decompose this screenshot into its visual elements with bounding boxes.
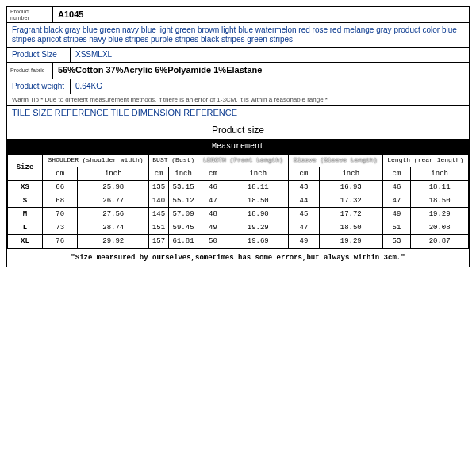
table-row: L7328.7415159.454919.294718.505120.08: [8, 221, 469, 235]
product-number-label: Product number: [7, 7, 53, 22]
data-cell: 76: [43, 235, 78, 248]
data-cell: 51: [382, 221, 411, 235]
product-weight-value: 0.64KG: [71, 79, 469, 94]
data-cell: 49: [288, 235, 319, 248]
data-cell: 19.29: [228, 221, 288, 235]
warm-tip-label: Warm Tip: [12, 96, 39, 103]
data-cell: 25.98: [78, 181, 149, 194]
data-cell: 50: [198, 235, 228, 248]
data-cell: 16.93: [320, 181, 382, 194]
group-sleeve: Sleeve (Sleeve Length): [288, 155, 382, 167]
data-cell: 19.29: [411, 208, 469, 221]
group-bust: BUST (Bust): [149, 155, 198, 167]
data-cell: 18.11: [228, 181, 288, 194]
product-fabric-label: Product fabric: [7, 63, 53, 78]
group-front-length: LENGTH (Front Length): [198, 155, 289, 167]
data-cell: 18.50: [320, 221, 382, 235]
size-cell: L: [8, 221, 43, 235]
measurement-bar: Measurement: [7, 140, 469, 154]
warm-tip: Warm Tip * Due to different measurement …: [7, 94, 469, 106]
warm-tip-text: * Due to different measurement methods, …: [40, 96, 328, 103]
table-row: XL7629.9215761.815019.694919.295320.87: [8, 235, 469, 248]
product-description: Fragrant black gray blue green navy blue…: [7, 23, 469, 47]
data-cell: 53: [382, 235, 411, 248]
data-cell: 73: [43, 221, 78, 235]
data-cell: 45: [288, 208, 319, 221]
row-description: Fragrant black gray blue green navy blue…: [7, 23, 469, 48]
size-cell: S: [8, 194, 43, 208]
data-cell: 17.72: [320, 208, 382, 221]
table-row: M7027.5614557.094818.904517.724919.29: [8, 208, 469, 221]
data-cell: 68: [43, 194, 78, 208]
unit-header: cm: [149, 167, 169, 181]
product-fabric-value: 56%Cotton 37%Acrylic 6%Polyamide 1%Elast…: [53, 63, 469, 78]
row-weight: Product weight 0.64KG: [7, 79, 469, 94]
data-cell: 46: [382, 181, 411, 194]
measurement-table: Size SHOULDER (shoulder width) BUST (Bus…: [7, 154, 469, 248]
unit-header: cm: [198, 167, 228, 181]
data-cell: 70: [43, 208, 78, 221]
table-row: S6826.7714055.124718.504417.324718.50: [8, 194, 469, 208]
product-number-value: A1045: [53, 7, 469, 22]
data-cell: 61.81: [168, 235, 198, 248]
data-cell: 151: [149, 221, 169, 235]
data-cell: 28.74: [78, 221, 149, 235]
data-cell: 57.09: [168, 208, 198, 221]
data-cell: 47: [382, 194, 411, 208]
unit-header: cm: [382, 167, 411, 181]
data-cell: 17.32: [320, 194, 382, 208]
size-header: Size: [8, 155, 43, 181]
blank-area: [6, 267, 470, 386]
data-cell: 19.29: [320, 235, 382, 248]
size-cell: XS: [8, 181, 43, 194]
data-cell: 47: [288, 221, 319, 235]
header-row-units: cminchcminchcminchcminchcminch: [8, 167, 469, 181]
data-cell: 49: [198, 221, 228, 235]
data-cell: 43: [288, 181, 319, 194]
row-size: Product Size XSSMLXL: [7, 48, 469, 63]
unit-header: inch: [320, 167, 382, 181]
size-cell: M: [8, 208, 43, 221]
measurement-table-body: XS6625.9813553.154618.114316.934618.11S6…: [8, 181, 469, 248]
data-cell: 27.56: [78, 208, 149, 221]
unit-header: cm: [288, 167, 319, 181]
data-cell: 59.45: [168, 221, 198, 235]
data-cell: 20.87: [411, 235, 469, 248]
group-shoulder: SHOULDER (shoulder width): [43, 155, 149, 167]
data-cell: 145: [149, 208, 169, 221]
tile-reference: TILE SIZE REFERENCE TILE DIMENSION REFER…: [7, 106, 469, 121]
data-cell: 135: [149, 181, 169, 194]
unit-header: inch: [168, 167, 198, 181]
group-rear-length: Length (rear length): [382, 155, 468, 167]
data-cell: 157: [149, 235, 169, 248]
data-cell: 49: [382, 208, 411, 221]
data-cell: 53.15: [168, 181, 198, 194]
measurement-table-head: Size SHOULDER (shoulder width) BUST (Bus…: [8, 155, 469, 181]
data-cell: 140: [149, 194, 169, 208]
product-size-value: XSSMLXL: [71, 48, 469, 62]
data-cell: 48: [198, 208, 228, 221]
data-cell: 66: [43, 181, 78, 194]
measurement-footnote: "Size mearsured by ourselves,sometimes h…: [7, 248, 469, 267]
data-cell: 20.08: [411, 221, 469, 235]
data-cell: 26.77: [78, 194, 149, 208]
row-product-number: Product number A1045: [7, 7, 469, 23]
data-cell: 47: [198, 194, 228, 208]
size-cell: XL: [8, 235, 43, 248]
table-row: XS6625.9813553.154618.114316.934618.11: [8, 181, 469, 194]
header-row-groups: Size SHOULDER (shoulder width) BUST (Bus…: [8, 155, 469, 167]
data-cell: 44: [288, 194, 319, 208]
data-cell: 55.12: [168, 194, 198, 208]
data-cell: 18.50: [228, 194, 288, 208]
product-size-label: Product Size: [7, 48, 71, 62]
data-cell: 18.50: [411, 194, 469, 208]
data-cell: 29.92: [78, 235, 149, 248]
unit-header: inch: [78, 167, 149, 181]
unit-header: inch: [228, 167, 288, 181]
unit-header: cm: [43, 167, 78, 181]
data-cell: 18.90: [228, 208, 288, 221]
data-cell: 18.11: [411, 181, 469, 194]
unit-header: inch: [411, 167, 469, 181]
product-spec-panel: Product number A1045 Fragrant black gray…: [6, 6, 470, 267]
product-size-title: Product size: [7, 121, 469, 140]
